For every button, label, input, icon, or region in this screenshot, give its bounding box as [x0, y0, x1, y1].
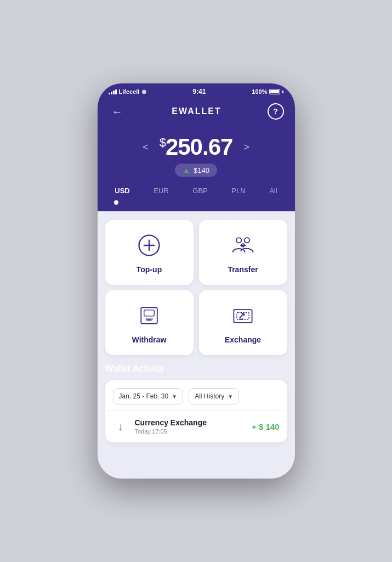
transaction-time: Today,17:05 [135, 428, 246, 435]
activity-filters: Jan. 25 - Feb. 30 ▼ All History ▼ [105, 380, 287, 410]
carrier-label: Lifecell [119, 88, 140, 95]
badge-amount: $140 [194, 166, 209, 175]
balance-badge: ▲ $140 [175, 164, 217, 177]
back-button[interactable]: ← [109, 105, 126, 118]
status-right: 100% [252, 88, 283, 95]
balance-amount: $250.67 [160, 134, 233, 160]
tab-indicator [114, 200, 118, 205]
transaction-item: ↓ Currency Exchange Today,17:05 + $ 140 [105, 410, 287, 442]
up-arrow-icon: ▲ [183, 166, 190, 175]
tab-indicator-row [98, 197, 295, 211]
svg-rect-6 [144, 310, 154, 316]
exchange-button[interactable]: Exchange [199, 290, 287, 355]
tab-usd[interactable]: USD [110, 184, 134, 197]
status-left: Lifecell ⊜ [109, 88, 147, 95]
app-header: ← EWALLET ? [98, 98, 295, 125]
time-label: 9:41 [192, 88, 206, 95]
wallet-activity-title: Wallet Activity [105, 364, 287, 374]
tab-eur[interactable]: EUR [149, 184, 173, 197]
transaction-name: Currency Exchange [135, 418, 246, 427]
svg-rect-8 [147, 319, 151, 321]
action-grid: Top-up [105, 220, 287, 355]
balance-prev-button[interactable]: < [138, 139, 153, 155]
down-arrow-icon: ↓ [118, 420, 123, 433]
phone-shell: Lifecell ⊜ 9:41 100% ← EWALLET ? < $250.… [98, 83, 295, 479]
signal-icon [109, 89, 117, 94]
date-filter-chevron: ▼ [172, 394, 177, 400]
battery-label: 100% [252, 88, 267, 95]
topup-icon [135, 231, 163, 260]
tab-all[interactable]: All [265, 184, 281, 197]
tab-gbp[interactable]: GBP [188, 184, 212, 197]
topup-button[interactable]: Top-up [105, 220, 194, 285]
battery-icon [269, 89, 280, 94]
history-filter-chevron: ▼ [228, 394, 233, 400]
date-filter-dropdown[interactable]: Jan. 25 - Feb. 30 ▼ [113, 388, 184, 404]
balance-row: < $250.67 > [109, 134, 284, 160]
transaction-info: Currency Exchange Today,17:05 [135, 418, 246, 435]
app-title: EWALLET [172, 106, 221, 116]
battery-tip [282, 91, 283, 93]
topup-label: Top-up [137, 265, 162, 274]
withdraw-button[interactable]: Withdraw [105, 290, 194, 355]
transaction-amount: + $ 140 [252, 422, 279, 431]
withdraw-label: Withdraw [132, 335, 167, 344]
exchange-icon [229, 301, 257, 330]
wallet-activity-header: Wallet Activity [105, 364, 287, 374]
transaction-icon: ↓ [113, 419, 128, 434]
balance-next-button[interactable]: > [239, 139, 254, 155]
main-content: Top-up [98, 211, 295, 479]
history-filter-label: All History [195, 392, 224, 400]
transfer-button[interactable]: Transfer [199, 220, 287, 285]
history-filter-dropdown[interactable]: All History ▼ [189, 388, 239, 404]
transfer-icon [229, 231, 257, 260]
svg-point-3 [236, 238, 241, 243]
withdraw-icon [135, 301, 163, 330]
wifi-icon: ⊜ [141, 88, 146, 95]
transfer-label: Transfer [228, 265, 258, 274]
amount-value: 250.67 [166, 134, 232, 160]
status-bar: Lifecell ⊜ 9:41 100% [98, 83, 295, 98]
exchange-label: Exchange [225, 335, 261, 344]
tab-pln[interactable]: PLN [227, 184, 249, 197]
balance-section: < $250.67 > ▲ $140 [98, 125, 295, 177]
currency-symbol: $ [160, 136, 166, 149]
activity-card: Jan. 25 - Feb. 30 ▼ All History ▼ ↓ Curr… [105, 380, 287, 442]
help-button[interactable]: ? [268, 103, 284, 120]
currency-tabs: USD EUR GBP PLN All [98, 177, 295, 197]
svg-point-4 [245, 238, 249, 243]
date-filter-label: Jan. 25 - Feb. 30 [119, 392, 169, 400]
